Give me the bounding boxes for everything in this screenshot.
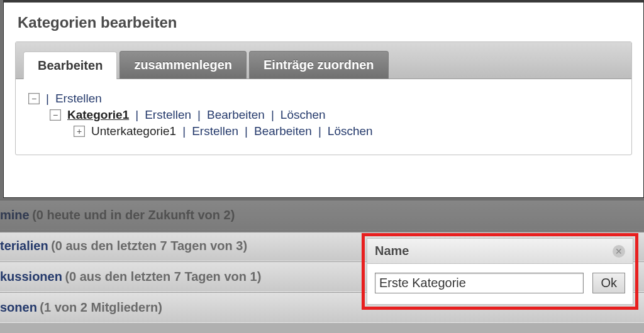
root-create-link[interactable]: Erstellen: [55, 92, 102, 106]
modal-panel: Bearbeiten zusammenlegen Einträge zuordn…: [15, 41, 632, 155]
expand-icon[interactable]: +: [74, 126, 85, 137]
name-dialog: Name ✕ Ok: [367, 238, 633, 305]
close-icon[interactable]: ✕: [613, 245, 625, 258]
tree-pipe: |: [271, 108, 274, 122]
section-label: kussionen: [0, 270, 62, 283]
sub1-delete-link[interactable]: Löschen: [328, 124, 373, 138]
cat1-edit-link[interactable]: Bearbeiten: [207, 108, 265, 122]
collapse-icon[interactable]: −: [28, 93, 40, 104]
section-count: (0 aus den letzten 7 Tagen von 3): [51, 239, 247, 253]
tree-pipe: |: [318, 124, 321, 138]
category-tree: − | Erstellen − Kategorie1 | Erstellen |…: [16, 79, 631, 155]
tree-pipe: |: [197, 108, 201, 122]
tab-edit[interactable]: Bearbeiten: [23, 52, 117, 79]
tree-pipe: |: [245, 124, 248, 138]
section-count: (1 von 2 Mitgliedern): [40, 300, 162, 314]
tabstrip: Bearbeiten zusammenlegen Einträge zuordn…: [16, 42, 631, 79]
name-dialog-header: Name ✕: [367, 239, 633, 264]
tree-pipe: |: [182, 124, 186, 138]
name-dialog-highlight: Name ✕ Ok: [362, 233, 638, 310]
section-label: sonen: [0, 300, 37, 314]
tab-merge[interactable]: zusammenlegen: [119, 51, 247, 79]
name-dialog-title: Name: [375, 244, 409, 258]
tree-sub1-line: + Unterkategorie1 | Erstellen | Bearbeit…: [74, 124, 619, 138]
section-label: terialien: [0, 239, 48, 253]
tree-pipe: |: [46, 92, 49, 106]
name-dialog-body: Ok: [367, 264, 633, 302]
subcategory-name[interactable]: Unterkategorie1: [91, 124, 176, 138]
tree-cat1-line: − Kategorie1 | Erstellen | Bearbeiten | …: [50, 108, 619, 122]
collapse-icon[interactable]: −: [50, 109, 61, 121]
tree-pipe: |: [135, 108, 138, 122]
cat1-delete-link[interactable]: Löschen: [280, 108, 326, 122]
sub1-create-link[interactable]: Erstellen: [192, 124, 238, 138]
category-name-link[interactable]: Kategorie1: [67, 108, 129, 122]
name-input[interactable]: [375, 273, 584, 293]
cat1-create-link[interactable]: Erstellen: [145, 108, 191, 122]
section-count: (0 aus den letzten 7 Tagen von 1): [65, 270, 261, 283]
ok-button[interactable]: Ok: [592, 273, 625, 293]
categories-modal: Kategorien bearbeiten Bearbeiten zusamme…: [3, 0, 644, 198]
sub1-edit-link[interactable]: Bearbeiten: [254, 124, 312, 138]
modal-title: Kategorien bearbeiten: [4, 3, 643, 41]
tree-root-line: − | Erstellen: [28, 92, 619, 106]
tab-assign[interactable]: Einträge zuordnen: [249, 51, 389, 79]
